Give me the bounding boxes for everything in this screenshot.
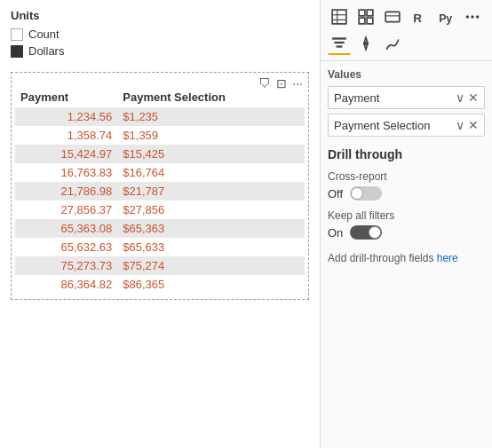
add-fields-text: Add drill-through fields here — [328, 252, 485, 264]
svg-rect-16 — [334, 42, 344, 43]
table-row: 65,632.63$65,633 — [15, 238, 305, 256]
keep-filters-toggle[interactable] — [350, 225, 382, 240]
svg-rect-17 — [337, 45, 343, 47]
table-row: 27,856.37$27,856 — [15, 200, 305, 219]
svg-rect-4 — [359, 10, 365, 16]
keep-filters-thumb — [369, 226, 381, 239]
cell-payment: 65,363.08 — [15, 219, 117, 238]
more-icon[interactable]: ··· — [292, 76, 303, 90]
field-selection-close[interactable]: ✕ — [468, 118, 479, 132]
cell-payment: 21,786.98 — [15, 182, 117, 200]
add-fields-link[interactable]: here — [437, 252, 458, 264]
keep-filters-track — [350, 225, 382, 240]
cell-selection: $21,787 — [117, 182, 305, 200]
svg-point-13 — [471, 15, 473, 18]
values-label: Values — [328, 68, 485, 81]
right-panel: R Py Values Payment ∨ ✕ Payment Sele — [320, 0, 492, 448]
count-legend-label: Count — [28, 28, 60, 41]
table-toolbar: ⛉ ⊡ ··· — [258, 76, 303, 90]
svg-rect-5 — [367, 10, 373, 16]
svg-point-12 — [466, 15, 469, 18]
svg-point-18 — [364, 42, 369, 46]
drill-through-title: Drill through — [328, 147, 485, 161]
table-row: 65,363.08$65,363 — [15, 219, 305, 238]
keep-filters-state: On — [328, 226, 343, 240]
cell-payment: 15,424.97 — [15, 145, 117, 163]
cell-selection: $75,274 — [117, 256, 305, 275]
format-icon[interactable] — [328, 32, 351, 55]
left-panel: Units Count Dollars ⛉ ⊡ ··· Payment Paym… — [0, 0, 320, 448]
cell-payment: 1,358.74 — [15, 126, 117, 145]
cross-report-toggle[interactable] — [350, 186, 382, 200]
cell-selection: $86,365 — [117, 275, 305, 294]
Py-icon[interactable]: Py — [434, 5, 457, 28]
matrix-icon[interactable] — [354, 5, 377, 28]
cross-report-row: Cross-report Off — [328, 170, 485, 200]
col-payment: Payment — [15, 87, 117, 107]
cell-payment: 1,234.56 — [15, 107, 117, 126]
field-payment-close[interactable]: ✕ — [468, 90, 479, 105]
svg-rect-15 — [332, 37, 346, 39]
svg-text:Py: Py — [439, 12, 452, 25]
table-row: 86,364.82$86,365 — [15, 275, 305, 294]
cross-report-state: Off — [328, 187, 343, 200]
card-icon[interactable] — [381, 5, 404, 28]
add-fields-prefix: Add drill-through fields — [328, 252, 433, 264]
svg-text:R: R — [413, 12, 422, 25]
cell-selection: $15,425 — [117, 145, 305, 163]
table-row: 75,273.73$75,274 — [15, 256, 305, 275]
field-payment-chevron[interactable]: ∨ — [456, 90, 464, 105]
units-section: Units Count Dollars — [11, 9, 309, 58]
expand-icon[interactable]: ⊡ — [276, 76, 287, 90]
cell-selection: $27,856 — [117, 200, 305, 219]
cell-selection: $65,633 — [117, 238, 305, 256]
field-payment[interactable]: Payment ∨ ✕ — [328, 86, 485, 109]
keep-filters-row: Keep all filters On — [328, 209, 485, 240]
more-visuals-icon[interactable] — [461, 5, 484, 28]
cell-selection: $1,359 — [117, 126, 305, 145]
field-payment-selection[interactable]: Payment Selection ∨ ✕ — [328, 114, 485, 137]
field-payment-actions: ∨ ✕ — [456, 90, 479, 105]
cell-selection: $65,363 — [117, 219, 305, 238]
cell-payment: 27,856.37 — [15, 200, 117, 219]
field-payment-selection-actions: ∨ ✕ — [456, 118, 479, 132]
cell-selection: $16,764 — [117, 163, 305, 182]
svg-point-14 — [476, 15, 479, 18]
right-content: Values Payment ∨ ✕ Payment Selection ∨ ✕… — [321, 61, 492, 448]
R-icon[interactable]: R — [408, 5, 431, 28]
drill-through-section: Drill through Cross-report Off Keep all … — [328, 147, 485, 264]
dollars-legend-box — [11, 45, 23, 58]
svg-rect-0 — [332, 10, 346, 24]
table-row: 16,763.83$16,764 — [15, 163, 305, 182]
svg-rect-8 — [385, 12, 400, 21]
count-legend-box — [11, 28, 23, 41]
field-selection-chevron[interactable]: ∨ — [456, 118, 464, 132]
cross-report-thumb — [351, 187, 363, 200]
cell-payment: 75,273.73 — [15, 256, 117, 275]
svg-rect-7 — [367, 18, 373, 24]
field-payment-name: Payment — [334, 91, 379, 105]
table-row: 21,786.98$21,787 — [15, 182, 305, 200]
cell-selection: $1,235 — [117, 107, 305, 126]
cross-report-label: Cross-report — [328, 170, 485, 183]
units-title: Units — [11, 9, 309, 22]
cell-payment: 65,632.63 — [15, 238, 117, 256]
cell-payment: 16,763.83 — [15, 163, 117, 182]
keep-filters-label: Keep all filters — [328, 209, 485, 222]
cross-report-track — [350, 186, 382, 200]
dollars-legend-label: Dollars — [28, 44, 64, 58]
data-table: Payment Payment Selection 1,234.56$1,235… — [15, 87, 305, 294]
table-visual-icon[interactable] — [328, 5, 351, 28]
filter-icon[interactable]: ⛉ — [258, 76, 271, 90]
cell-payment: 86,364.82 — [15, 275, 117, 294]
svg-rect-6 — [359, 18, 365, 24]
cross-report-toggle-row: Off — [328, 186, 485, 200]
table-container: ⛉ ⊡ ··· Payment Payment Selection 1,234.… — [11, 72, 309, 300]
legend-item-dollars: Dollars — [11, 44, 309, 58]
legend-item-count: Count — [11, 28, 309, 41]
right-toolbar: R Py — [321, 0, 492, 61]
field-payment-selection-name: Payment Selection — [334, 119, 430, 132]
paint-icon[interactable] — [354, 32, 377, 55]
analytics-icon[interactable] — [381, 32, 404, 55]
table-row: 15,424.97$15,425 — [15, 145, 305, 163]
